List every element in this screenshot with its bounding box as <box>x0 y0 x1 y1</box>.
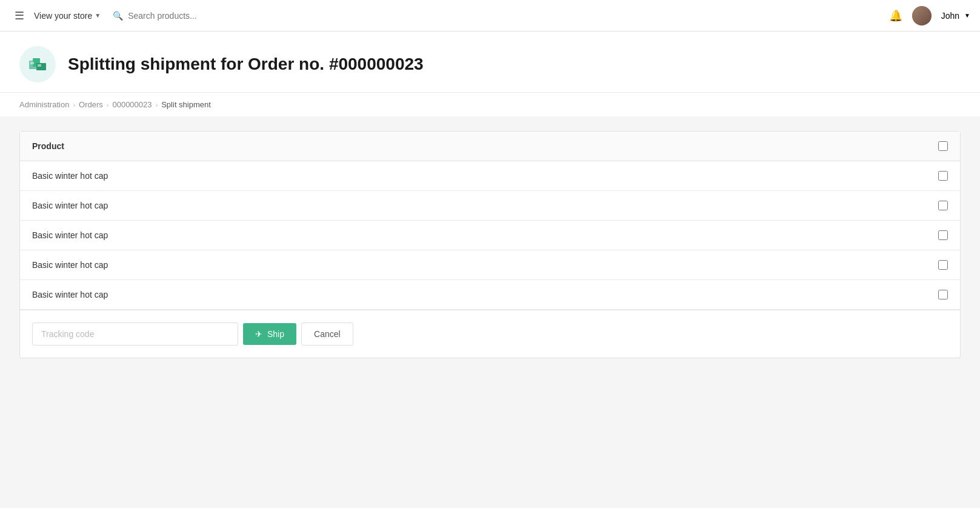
header-checkbox-container <box>938 141 948 151</box>
user-menu-button[interactable]: John ▼ <box>941 11 970 21</box>
search-input[interactable] <box>128 11 355 21</box>
row-checkbox-5[interactable] <box>938 290 948 299</box>
product-name: Basic winter hot cap <box>32 290 108 299</box>
breadcrumb-administration[interactable]: Administration <box>19 100 69 109</box>
search-wrapper: 🔍 <box>113 11 355 21</box>
top-navigation: ☰ View your store ▼ 🔍 🔔 John ▼ <box>0 0 980 32</box>
product-name: Basic winter hot cap <box>32 201 108 210</box>
actions-row: ✈ Ship Cancel <box>20 310 960 358</box>
breadcrumb-current: Split shipment <box>161 100 211 109</box>
product-name: Basic winter hot cap <box>32 230 108 240</box>
breadcrumb: Administration › Orders › 000000023 › Sp… <box>0 93 980 116</box>
row-checkbox-container <box>938 260 948 270</box>
breadcrumb-sep-3: › <box>156 101 158 109</box>
row-checkbox-1[interactable] <box>938 171 948 181</box>
breadcrumb-orders[interactable]: Orders <box>79 100 103 109</box>
tracking-code-input[interactable] <box>32 323 238 346</box>
content-card: Product Basic winter hot cap Basic winte… <box>19 131 961 358</box>
hamburger-menu-button[interactable]: ☰ <box>10 4 29 27</box>
view-store-link[interactable]: View your store ▼ <box>34 11 101 21</box>
ship-button[interactable]: ✈ Ship <box>243 323 296 345</box>
table-row: Basic winter hot cap <box>20 221 960 250</box>
ship-button-label: Ship <box>267 329 284 339</box>
svg-rect-2 <box>36 63 46 70</box>
user-menu-chevron-icon: ▼ <box>964 12 970 19</box>
shipment-icon <box>28 55 47 74</box>
table-header: Product <box>20 132 960 161</box>
row-checkbox-3[interactable] <box>938 230 948 240</box>
cancel-button[interactable]: Cancel <box>301 323 353 346</box>
select-all-checkbox[interactable] <box>938 141 948 151</box>
table-row: Basic winter hot cap <box>20 280 960 310</box>
cancel-button-label: Cancel <box>314 329 341 339</box>
ship-plane-icon: ✈ <box>255 329 262 339</box>
main-content: Product Basic winter hot cap Basic winte… <box>0 116 980 508</box>
row-checkbox-2[interactable] <box>938 201 948 210</box>
page-header: Splitting shipment for Order no. #000000… <box>0 32 980 93</box>
breadcrumb-order-number[interactable]: 000000023 <box>112 100 152 109</box>
svg-rect-4 <box>38 64 41 67</box>
product-name: Basic winter hot cap <box>32 260 108 270</box>
row-checkbox-container <box>938 290 948 299</box>
row-checkbox-container <box>938 171 948 181</box>
avatar <box>912 6 932 25</box>
table-row: Basic winter hot cap <box>20 191 960 221</box>
page-icon-container <box>19 46 56 82</box>
store-link-chevron-icon: ▼ <box>95 12 101 19</box>
notifications-bell-icon[interactable]: 🔔 <box>889 9 902 22</box>
table-row: Basic winter hot cap <box>20 250 960 280</box>
store-link-label: View your store <box>34 11 92 21</box>
search-icon: 🔍 <box>113 11 123 21</box>
row-checkbox-container <box>938 201 948 210</box>
topnav-right: 🔔 John ▼ <box>889 6 970 25</box>
page-title: Splitting shipment for Order no. #000000… <box>68 55 424 74</box>
table-row: Basic winter hot cap <box>20 161 960 191</box>
breadcrumb-sep-2: › <box>107 101 109 109</box>
product-name: Basic winter hot cap <box>32 171 108 181</box>
user-name-label: John <box>941 11 959 21</box>
row-checkbox-container <box>938 230 948 240</box>
product-column-header: Product <box>32 141 64 151</box>
breadcrumb-sep-1: › <box>73 101 75 109</box>
row-checkbox-4[interactable] <box>938 260 948 270</box>
svg-rect-3 <box>30 62 34 64</box>
